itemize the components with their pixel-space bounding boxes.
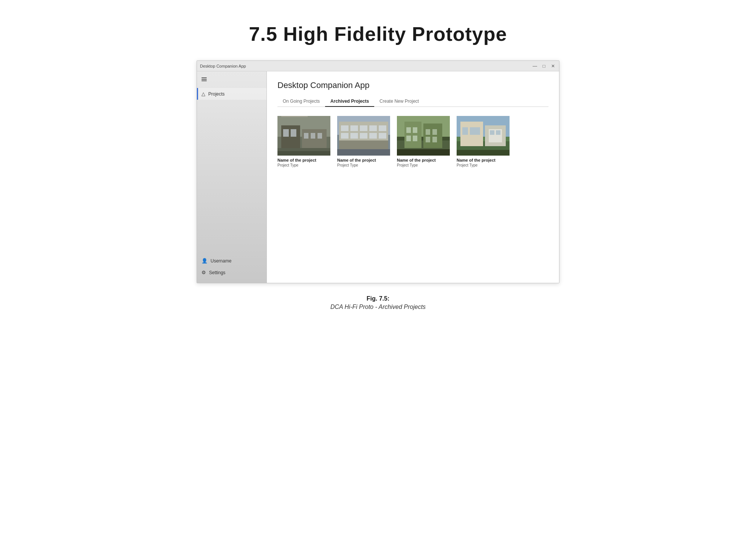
svg-rect-48 (462, 127, 468, 135)
project-card[interactable]: Name of the project Project Type (277, 116, 330, 167)
svg-rect-35 (406, 136, 411, 141)
svg-rect-38 (432, 129, 437, 135)
svg-rect-40 (432, 137, 437, 142)
svg-rect-36 (413, 136, 417, 141)
project-name: Name of the project (457, 158, 510, 162)
project-thumbnail (337, 116, 390, 156)
project-type: Project Type (457, 163, 510, 167)
sidebar-bottom: 👤 Username ⚙ Settings (197, 255, 266, 283)
sidebar-nav: △ Projects (197, 88, 266, 255)
project-card[interactable]: Name of the project Project Type (457, 116, 510, 167)
sidebar-item-settings[interactable]: ⚙ Settings (197, 267, 266, 278)
svg-rect-34 (413, 127, 417, 133)
svg-rect-8 (318, 133, 322, 139)
project-name: Name of the project (397, 158, 450, 162)
project-type: Project Type (337, 163, 390, 167)
page-heading: 7.5 High Fidelity Prototype (249, 23, 507, 45)
close-button[interactable]: ✕ (550, 63, 556, 69)
project-thumbnail (277, 116, 330, 156)
svg-rect-41 (397, 149, 450, 156)
title-bar: Desktop Companion App — □ ✕ (197, 61, 559, 71)
svg-rect-31 (404, 122, 421, 148)
project-thumbnail (457, 116, 510, 156)
svg-rect-19 (360, 125, 367, 131)
svg-rect-6 (304, 133, 308, 139)
sidebar-item-projects-label: Projects (208, 91, 225, 97)
svg-rect-5 (291, 129, 296, 137)
settings-label: Settings (209, 270, 225, 275)
projects-icon: △ (201, 91, 205, 97)
figure-caption: Fig. 7.5: DCA Hi-Fi Proto - Archived Pro… (330, 295, 426, 310)
menu-hamburger-icon[interactable] (197, 74, 266, 84)
svg-rect-32 (423, 123, 442, 148)
svg-rect-26 (379, 133, 386, 139)
svg-rect-27 (337, 149, 390, 156)
project-grid: Name of the project Project Type (277, 116, 548, 167)
app-body: △ Projects 👤 Username ⚙ Settings Desktop… (197, 71, 559, 283)
svg-rect-37 (426, 129, 430, 135)
svg-rect-20 (369, 125, 377, 131)
svg-rect-4 (283, 129, 289, 137)
project-thumbnail (397, 116, 450, 156)
svg-rect-7 (311, 133, 315, 139)
svg-rect-17 (341, 125, 349, 131)
svg-rect-51 (490, 130, 494, 135)
svg-rect-11 (277, 148, 330, 151)
project-card[interactable]: Name of the project Project Type (337, 116, 390, 167)
svg-rect-23 (350, 133, 358, 139)
tab-archived[interactable]: Archived Projects (325, 96, 374, 107)
svg-rect-50 (476, 127, 480, 135)
svg-rect-24 (360, 133, 367, 139)
svg-rect-53 (457, 150, 510, 156)
svg-rect-52 (496, 130, 500, 135)
svg-rect-49 (470, 127, 476, 135)
username-label: Username (211, 258, 231, 264)
project-card[interactable]: Name of the project Project Type (397, 116, 450, 167)
tab-create[interactable]: Create New Project (374, 96, 424, 107)
user-icon: 👤 (201, 258, 208, 264)
svg-rect-39 (426, 137, 430, 142)
project-type: Project Type (397, 163, 450, 167)
svg-rect-18 (350, 125, 358, 131)
project-type: Project Type (277, 163, 330, 167)
svg-rect-25 (369, 133, 377, 139)
main-title: Desktop Companion App (277, 80, 548, 90)
sidebar-item-username[interactable]: 👤 Username (197, 255, 266, 267)
app-window: Desktop Companion App — □ ✕ △ Projects (197, 60, 559, 283)
maximize-button[interactable]: □ (541, 63, 547, 69)
main-content: Desktop Companion App On Going Projects … (267, 71, 559, 283)
settings-icon: ⚙ (201, 270, 206, 275)
project-name: Name of the project (277, 158, 330, 162)
window-title: Desktop Companion App (200, 64, 246, 68)
figure-label: Fig. 7.5: (330, 295, 426, 302)
svg-rect-33 (406, 127, 411, 133)
sidebar: △ Projects 👤 Username ⚙ Settings (197, 71, 267, 283)
sidebar-item-projects[interactable]: △ Projects (197, 88, 266, 100)
minimize-button[interactable]: — (532, 63, 538, 69)
window-controls: — □ ✕ (532, 63, 556, 69)
svg-rect-22 (341, 133, 349, 139)
tab-bar: On Going Projects Archived Projects Crea… (277, 96, 548, 107)
svg-rect-9 (281, 116, 308, 117)
tab-ongoing[interactable]: On Going Projects (277, 96, 325, 107)
svg-rect-21 (379, 125, 386, 131)
project-name: Name of the project (337, 158, 390, 162)
figure-description: DCA Hi-Fi Proto - Archived Projects (330, 304, 426, 310)
